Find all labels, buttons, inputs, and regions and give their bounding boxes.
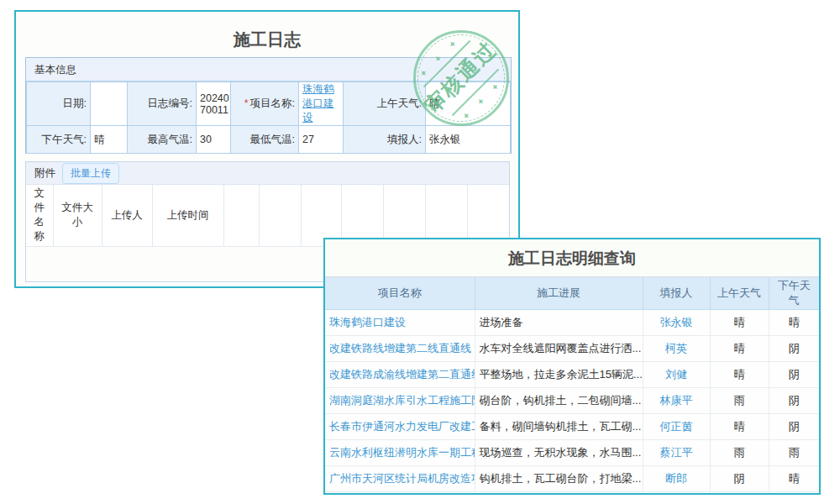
pm-weather-cell: 晴 <box>769 309 819 335</box>
upload-time-column: 上传时间 <box>152 185 223 246</box>
table-row: 湖南洞庭湖水库引水工程施工队 砌台阶，钩机排土，二包砌间墙... 林康平 雨 阴 <box>325 387 819 413</box>
am-weather-column-header: 上午天气 <box>710 277 769 309</box>
am-weather-cell: 晴 <box>710 335 769 361</box>
attachment-label: 附件 <box>34 166 55 181</box>
progress-cell: 砌台阶，钩机排土，二包砌间墙... <box>475 387 643 413</box>
table-row: 云南水利枢纽潜明水库一期工程 现场巡查，无积水现象，水马围... 蔡江平 雨 雨 <box>325 439 819 465</box>
reporter-link[interactable]: 林康平 <box>660 394 693 407</box>
project-link[interactable]: 湖南洞庭湖水库引水工程施工队 <box>329 394 475 407</box>
progress-column-header: 施工进展 <box>475 277 643 309</box>
reporter-column-header: 填报人 <box>643 277 710 309</box>
reporter-link[interactable]: 张永银 <box>660 316 693 328</box>
am-weather-cell: 晴 <box>710 309 769 335</box>
progress-cell: 平整场地，拉走多余泥土15辆泥... <box>475 361 643 387</box>
pm-weather-column-header: 下午天气 <box>769 277 819 309</box>
max-temp-value: 30 <box>197 126 231 154</box>
pm-weather-label: 下午天气: <box>27 126 91 154</box>
project-link[interactable]: 改建铁路线增建第二线直通线 <box>329 342 471 354</box>
reporter-label: 填报人: <box>344 126 426 154</box>
pm-weather-cell: 阴 <box>769 361 819 387</box>
reporter-link[interactable]: 断郎 <box>665 472 687 485</box>
am-weather-value: 晴 <box>426 82 511 126</box>
reporter-link[interactable]: 柯英 <box>665 342 687 354</box>
progress-cell: 钩机排土，瓦工砌台阶，打地梁... <box>475 465 643 491</box>
reporter-value: 张永银 <box>426 126 511 154</box>
project-link[interactable]: 珠海鹤港口建设 <box>302 83 334 123</box>
table-row: 长春市伊通河水力发电厂改建工程 备料，砌间墙钩机排土，瓦工砌... 何正茵 晴 … <box>325 413 819 439</box>
pm-weather-cell: 阴 <box>769 387 819 413</box>
project-column-header: 项目名称 <box>325 277 475 309</box>
log-number-label: 日志编号: <box>128 82 197 126</box>
date-label: 日期: <box>27 82 91 126</box>
attachment-header-band: 附件 批量上传 <box>26 162 509 185</box>
empty-column <box>259 185 301 246</box>
am-weather-cell: 晴 <box>710 413 769 439</box>
progress-cell: 现场巡查，无积水现象，水马围... <box>475 439 643 465</box>
am-weather-cell: 晴 <box>710 361 769 387</box>
table-row: 广州市天河区统计局机房改造项目 钩机排土，瓦工砌台阶，打地梁... 断郎 阴 晴 <box>325 465 819 491</box>
table-row: 改建铁路线增建第二线直通线 水车对全线遮阳网覆盖点进行洒... 柯英 晴 阴 <box>325 335 819 361</box>
pm-weather-cell: 雨 <box>769 439 819 465</box>
pm-weather-value: 晴 <box>91 126 128 154</box>
detail-query-table: 项目名称 施工进展 填报人 上午天气 下午天气 珠海鹤港口建设 进场准备 张永银… <box>325 277 819 492</box>
page-title: 施工日志 <box>16 12 518 51</box>
basic-info-section: 基本信息 日期: 日志编号: 2024070011 *项目名称: 珠海鹤港口建设… <box>25 57 512 154</box>
basic-info-row: 日期: 日志编号: 2024070011 *项目名称: 珠海鹤港口建设 上午天气… <box>27 82 511 126</box>
detail-query-title: 施工日志明细查询 <box>325 239 819 277</box>
am-weather-cell: 雨 <box>710 439 769 465</box>
basic-info-header: 基本信息 <box>26 58 511 81</box>
pm-weather-cell: 晴 <box>769 465 819 491</box>
empty-column <box>223 185 259 246</box>
table-row: 珠海鹤港口建设 进场准备 张永银 晴 晴 <box>325 309 819 335</box>
pm-weather-cell: 阴 <box>769 335 819 361</box>
max-temp-label: 最高气温: <box>128 126 197 154</box>
project-name-cell: 珠海鹤港口建设 <box>299 82 344 126</box>
project-name-label: *项目名称: <box>231 82 299 126</box>
project-link[interactable]: 广州市天河区统计局机房改造项目 <box>329 472 475 485</box>
progress-cell: 水车对全线遮阳网覆盖点进行洒... <box>475 335 643 361</box>
project-link[interactable]: 珠海鹤港口建设 <box>329 316 406 328</box>
batch-upload-button[interactable]: 批量上传 <box>62 163 119 184</box>
basic-info-table: 日期: 日志编号: 2024070011 *项目名称: 珠海鹤港口建设 上午天气… <box>26 81 511 154</box>
project-link[interactable]: 长春市伊通河水力发电厂改建工程 <box>329 420 475 433</box>
min-temp-value: 27 <box>299 126 344 154</box>
reporter-link[interactable]: 蔡江平 <box>660 446 693 459</box>
am-weather-cell: 雨 <box>710 387 769 413</box>
detail-header-row: 项目名称 施工进展 填报人 上午天气 下午天气 <box>325 277 819 309</box>
file-name-column: 文件名称 <box>26 185 53 246</box>
uploader-column: 上传人 <box>102 185 152 246</box>
pm-weather-cell: 阴 <box>769 413 819 439</box>
log-number-value: 2024070011 <box>197 82 231 126</box>
reporter-link[interactable]: 刘健 <box>665 368 687 381</box>
progress-cell: 备料，砌间墙钩机排土，瓦工砌... <box>475 413 643 439</box>
page: 施工日志 基本信息 日期: 日志编号: 2024070011 *项目名称: 珠海… <box>0 0 840 504</box>
project-link[interactable]: 云南水利枢纽潜明水库一期工程 <box>329 446 475 459</box>
table-row: 改建铁路成渝线增建第二直通线 平整场地，拉走多余泥土15辆泥... 刘健 晴 阴 <box>325 361 819 387</box>
required-asterisk: * <box>244 97 249 109</box>
detail-query-panel: 施工日志明细查询 项目名称 施工进展 填报人 上午天气 下午天气 珠海鹤港口建设… <box>323 238 821 495</box>
reporter-link[interactable]: 何正茵 <box>660 420 693 433</box>
min-temp-label: 最低气温: <box>231 126 299 154</box>
project-link[interactable]: 改建铁路成渝线增建第二直通线 <box>329 368 475 381</box>
date-value <box>91 82 128 126</box>
file-size-column: 文件大小 <box>53 185 102 246</box>
progress-cell: 进场准备 <box>475 309 643 335</box>
am-weather-label: 上午天气: <box>344 82 426 126</box>
am-weather-cell: 阴 <box>710 465 769 491</box>
basic-info-row: 下午天气: 晴 最高气温: 30 最低气温: 27 填报人: 张永银 <box>27 126 511 154</box>
